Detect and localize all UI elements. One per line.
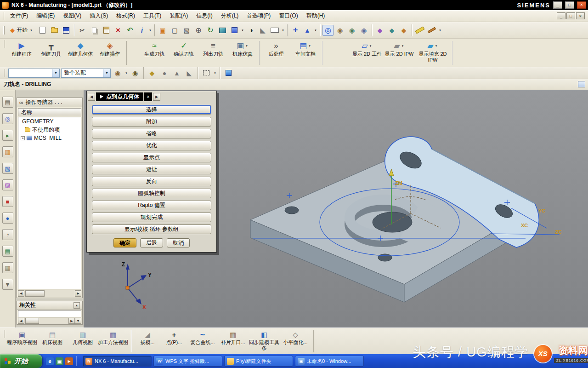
copy-button[interactable] (89, 25, 100, 36)
wave-link-button[interactable] (374, 25, 385, 36)
facet-button[interactable]: 小平面化... (280, 330, 311, 345)
snap-point-button[interactable] (322, 25, 334, 36)
constraints-button[interactable] (358, 25, 369, 36)
dependencies-header[interactable]: 相关性 (17, 301, 82, 310)
process-studio-icon[interactable] (2, 213, 13, 224)
toolbar-grip[interactable] (4, 330, 5, 338)
snap-mid-button[interactable] (184, 68, 195, 79)
maximize-button[interactable] (565, 1, 574, 9)
promotion-button[interactable] (398, 25, 409, 36)
synchronous-modeling-toolbar-button[interactable]: 同步建模工具条 (248, 330, 280, 351)
reuse-library-icon[interactable] (2, 146, 13, 157)
rect-select-button[interactable] (201, 68, 212, 79)
type-filter-combo[interactable] (8, 69, 60, 78)
web-browser-icon[interactable] (2, 179, 13, 190)
color-swatch-button[interactable] (269, 25, 280, 36)
task-button-folder[interactable]: F:\y\新建文件夹 (224, 356, 293, 367)
generate-toolpath-button[interactable]: 生成刀轨 (140, 40, 169, 57)
verify-toolpath-button[interactable]: 确认刀轨 (169, 40, 198, 57)
scroll-track[interactable] (24, 318, 68, 324)
delete-button[interactable] (113, 25, 124, 36)
chevron-down-icon[interactable] (281, 29, 285, 32)
shop-documentation-button[interactable]: 车间文档 (291, 40, 320, 57)
constraint-navigator-icon[interactable] (2, 113, 13, 124)
menu-edit[interactable]: 编辑(E) (32, 10, 59, 22)
quick-launch-desktop-icon[interactable] (56, 357, 63, 365)
face-analysis-button[interactable] (257, 25, 268, 36)
part-navigator-icon[interactable] (2, 130, 13, 141)
menu-preferences[interactable]: 首选项(P) (243, 10, 275, 22)
roles-icon[interactable] (2, 246, 13, 257)
scroll-left-icon[interactable] (18, 318, 24, 324)
menu-view[interactable]: 视图(V) (59, 10, 85, 22)
cancel-button[interactable]: 取消 (167, 238, 190, 247)
menu-insert[interactable]: 插入(S) (85, 10, 112, 22)
chevron-down-icon[interactable] (241, 29, 244, 32)
back-button[interactable]: 后退 (140, 238, 163, 247)
quick-launch-browser-icon[interactable] (46, 357, 54, 365)
machining-method-view-button[interactable]: 加工方法视图 (98, 330, 128, 345)
avoid-button[interactable]: 避让 (92, 165, 211, 174)
create-operation-button[interactable]: 创建操作 (95, 40, 124, 57)
interpart-button[interactable] (386, 25, 397, 36)
task-button-untitled[interactable]: 未命名0 - Window... (295, 356, 364, 367)
snap-end-button[interactable] (171, 68, 182, 79)
select-button[interactable]: 选择 (92, 105, 211, 115)
snap-cone-button[interactable] (159, 68, 170, 79)
task-button-wps[interactable]: WPS 文字 抢鲜版... (153, 356, 222, 367)
hd3d-tools-icon[interactable] (2, 163, 13, 174)
scroll-down-icon[interactable] (75, 318, 81, 324)
mdi-minimize-button[interactable] (557, 12, 565, 19)
reverse-button[interactable]: 反向 (92, 177, 211, 186)
append-button[interactable]: 附加 (92, 117, 211, 126)
chevron-down-icon[interactable] (213, 71, 217, 75)
menu-assemblies[interactable]: 装配(A) (165, 10, 192, 22)
shaded-view-button[interactable] (229, 25, 240, 36)
assembly-button[interactable] (346, 25, 357, 36)
close-button[interactable] (577, 1, 586, 9)
tree-row-mcs-mill[interactable]: MCS_MILL (18, 134, 81, 142)
create-program-button[interactable]: 创建程序 (7, 40, 36, 57)
menu-window[interactable]: 窗口(O) (275, 10, 302, 22)
filter-button[interactable] (130, 68, 141, 79)
orient-view-button[interactable] (302, 25, 313, 36)
quick-launch-media-icon[interactable] (65, 357, 73, 365)
show-filled-2d-ipw-button[interactable]: 显示填充 2D IPW (415, 40, 450, 63)
scroll-track[interactable] (24, 290, 75, 297)
show-2d-ipw-button[interactable]: 显示 2D IPW (383, 40, 415, 57)
tab-right-arrow-icon[interactable] (153, 93, 160, 101)
scroll-left-icon[interactable] (18, 290, 24, 297)
composite-curve-button[interactable]: 复合曲线... (187, 330, 218, 345)
start-button[interactable]: 开始 (0, 354, 42, 368)
move-object-button[interactable] (290, 25, 301, 36)
patch-opening-button[interactable]: 补片开口... (218, 330, 248, 345)
list-toolpath-button[interactable]: 列出刀轨 (198, 40, 228, 57)
menu-tools[interactable]: 工具(T) (139, 10, 165, 22)
undo-button[interactable] (124, 25, 136, 36)
toolbar-grip[interactable] (4, 69, 5, 77)
rotate-view-button[interactable] (205, 25, 216, 36)
history-icon[interactable] (2, 196, 13, 207)
show-2d-workpiece-button[interactable]: 显示 2D 工件 (351, 40, 383, 57)
sketch-button[interactable] (157, 25, 168, 36)
measure-button[interactable] (414, 25, 425, 36)
new-file-button[interactable] (37, 25, 48, 36)
ok-button[interactable]: 确定 (113, 238, 136, 247)
scroll-right-icon[interactable] (75, 290, 81, 297)
draft-button[interactable]: 拔模... (134, 330, 161, 345)
toolbar-grip[interactable] (3, 12, 4, 20)
menu-information[interactable]: 信息(I) (192, 10, 216, 22)
paste-button[interactable] (101, 25, 112, 36)
zoom-button[interactable] (193, 25, 204, 36)
menu-format[interactable]: 格式(R) (112, 10, 139, 22)
task-button-nx[interactable]: NX 6 - Manufactu... (83, 356, 152, 367)
display-verify-cycle-params-button[interactable]: 显示/校核 循环 参数组 (92, 224, 211, 234)
contrast-button[interactable] (245, 25, 256, 36)
gear-button[interactable] (334, 25, 345, 36)
planning-complete-button[interactable]: 规划完成 (92, 213, 211, 222)
tree-row-geometry[interactable]: GEOMETRY (18, 117, 81, 126)
display-points-button[interactable]: 显示点 (92, 153, 211, 162)
snap-sphere-button[interactable] (147, 68, 158, 79)
system-scenes-icon[interactable] (2, 262, 13, 273)
dock-dialog-icon[interactable] (578, 81, 585, 87)
